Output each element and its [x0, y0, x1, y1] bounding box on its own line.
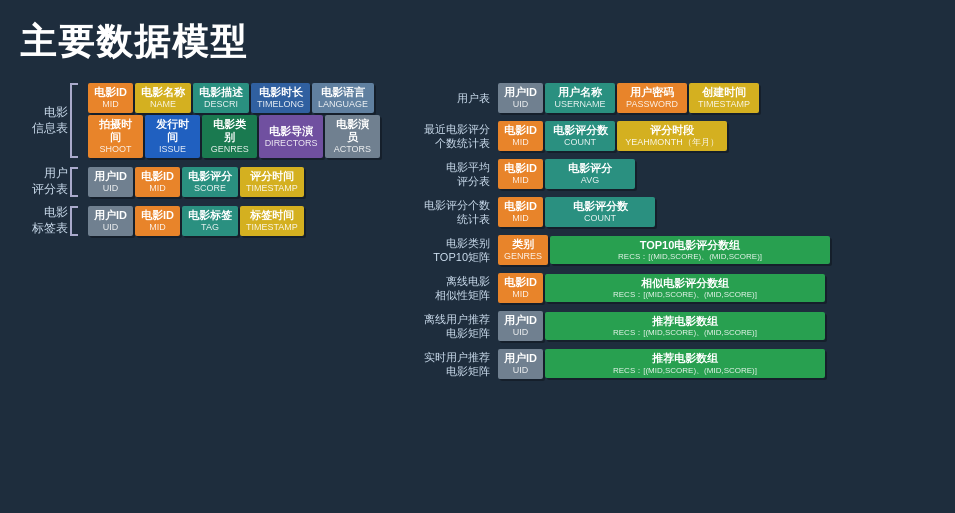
field-row: 用户IDUID电影IDMID电影标签TAG标签时间TIMESTAMP: [78, 206, 304, 236]
field-bot-label: MID: [512, 289, 529, 300]
table-group-2: 电影 标签表用户IDUID电影IDMID电影标签TAG标签时间TIMESTAMP: [20, 205, 380, 236]
field-bot-label: RECS：[(MID,SCORE)、(MID,SCORE)]: [618, 252, 762, 262]
field-bot-label: LANGUAGE: [318, 99, 368, 110]
field-bot-label: COUNT: [564, 137, 596, 148]
right-fields: 用户IDUID推荐电影数组RECS：[(MID,SCORE)、(MID,SCOR…: [498, 349, 825, 379]
right-row-1: 最近电影评分 个数统计表电影IDMID电影评分数COUNT评分时段YEAHMON…: [400, 121, 935, 151]
field-top-label: 电影标签: [188, 209, 232, 222]
field-top-label: 标签时间: [250, 209, 294, 222]
field: 电影导演DIRECTORS: [259, 115, 323, 158]
field-bot-label: NAME: [150, 99, 176, 110]
field: 电影IDMID: [88, 83, 133, 113]
right-field: 用户密码PASSWORD: [617, 83, 687, 113]
field-bot-label: GENRES: [504, 251, 542, 262]
field: 电影IDMID: [135, 167, 180, 197]
field-bot-label: COUNT: [584, 213, 616, 224]
field-bot-label: MID: [149, 222, 166, 233]
field-bot-label: UID: [513, 99, 529, 110]
field-bot-label: UID: [103, 222, 119, 233]
field: 电影IDMID: [135, 206, 180, 236]
field-top-label: 拍摄时间: [94, 118, 137, 144]
field-bot-label: MID: [102, 99, 119, 110]
field: 评分时间TIMESTAMP: [240, 167, 304, 197]
table-block-0: 电影IDMID电影名称NAME电影描述DESCRI电影时长TIMELONG电影语…: [78, 83, 380, 158]
field-bot-label: SHOOT: [100, 144, 132, 155]
page: 主要数据模型 电影 信息表电影IDMID电影名称NAME电影描述DESCRI电影…: [0, 0, 955, 513]
right-fields: 用户IDUID用户名称USERNAME用户密码PASSWORD创建时间TIMES…: [498, 83, 759, 113]
field-bot-label: SCORE: [194, 183, 226, 194]
right-field: 类别GENRES: [498, 235, 548, 265]
right-field: 相似电影评分数组RECS：[(MID,SCORE)、(MID,SCORE)]: [545, 274, 825, 303]
field-top-label: 电影ID: [141, 209, 174, 222]
field-bot-label: TIMESTAMP: [698, 99, 750, 110]
field-top-label: 用户ID: [504, 352, 537, 365]
field-bot-label: TIMESTAMP: [246, 183, 298, 194]
field-top-label: 评分时段: [650, 124, 694, 137]
field-bot-label: MID: [512, 175, 529, 186]
field-top-label: 电影名称: [141, 86, 185, 99]
right-panel: 用户表用户IDUID用户名称USERNAME用户密码PASSWORD创建时间TI…: [400, 83, 935, 379]
field-top-label: 用户ID: [94, 170, 127, 183]
field-bot-label: USERNAME: [554, 99, 605, 110]
field-bot-label: DESCRI: [204, 99, 238, 110]
right-row-0: 用户表用户IDUID用户名称USERNAME用户密码PASSWORD创建时间TI…: [400, 83, 935, 113]
field: 电影标签TAG: [182, 206, 238, 236]
right-row-label: 离线用户推荐 电影矩阵: [400, 312, 490, 341]
field-top-label: 用户ID: [504, 86, 537, 99]
field-top-label: 电影语言: [321, 86, 365, 99]
right-fields: 电影IDMID电影评分AVG: [498, 159, 635, 189]
field: 电影名称NAME: [135, 83, 191, 113]
field-bot-label: TIMELONG: [257, 99, 304, 110]
field: 电影评分SCORE: [182, 167, 238, 197]
field-top-label: 创建时间: [702, 86, 746, 99]
right-row-label: 离线电影 相似性矩阵: [400, 274, 490, 303]
field-bot-label: UID: [513, 365, 529, 376]
right-row-4: 电影类别 TOP10矩阵类别GENRESTOP10电影评分数组RECS：[(MI…: [400, 235, 935, 265]
field-bot-label: PASSWORD: [626, 99, 678, 110]
field-top-label: 评分时间: [250, 170, 294, 183]
right-field: 电影评分AVG: [545, 159, 635, 189]
field-bot-label: UID: [513, 327, 529, 338]
field-top-label: 电影ID: [94, 86, 127, 99]
right-row-2: 电影平均 评分表电影IDMID电影评分AVG: [400, 159, 935, 189]
field: 标签时间TIMESTAMP: [240, 206, 304, 236]
field-top-label: 电影类别: [208, 118, 251, 144]
right-fields: 电影IDMID电影评分数COUNT: [498, 197, 655, 227]
field-top-label: 用户名称: [558, 86, 602, 99]
field-top-label: 电影ID: [141, 170, 174, 183]
field-top-label: 类别: [512, 238, 534, 251]
right-field: 创建时间TIMESTAMP: [689, 83, 759, 113]
table-group-0: 电影 信息表电影IDMID电影名称NAME电影描述DESCRI电影时长TIMEL…: [20, 83, 380, 158]
field-top-label: TOP10电影评分数组: [640, 239, 741, 252]
field: 电影描述DESCRI: [193, 83, 249, 113]
table-label-0: 电影 信息表: [20, 105, 68, 136]
field: 电影语言LANGUAGE: [312, 83, 374, 113]
right-field: 用户IDUID: [498, 83, 543, 113]
field-top-label: 推荐电影数组: [652, 352, 718, 365]
table-label-2: 电影 标签表: [20, 205, 68, 236]
field-bot-label: YEAHMONTH（年月）: [625, 137, 719, 148]
field-top-label: 电影演员: [331, 118, 374, 144]
field-top-label: 电影ID: [504, 124, 537, 137]
right-fields: 类别GENRESTOP10电影评分数组RECS：[(MID,SCORE)、(MI…: [498, 235, 830, 265]
right-field: 电影IDMID: [498, 121, 543, 151]
field-bot-label: UID: [103, 183, 119, 194]
field-bot-label: MID: [512, 213, 529, 224]
right-row-label: 实时用户推荐 电影矩阵: [400, 350, 490, 379]
field-bot-label: TIMESTAMP: [246, 222, 298, 233]
right-row-label: 用户表: [400, 91, 490, 105]
right-row-6: 离线用户推荐 电影矩阵用户IDUID推荐电影数组RECS：[(MID,SCORE…: [400, 311, 935, 341]
left-panel: 电影 信息表电影IDMID电影名称NAME电影描述DESCRI电影时长TIMEL…: [20, 83, 380, 245]
field-bot-label: TAG: [201, 222, 219, 233]
field: 电影演员ACTORS: [325, 115, 380, 158]
right-field: 推荐电影数组RECS：[(MID,SCORE)、(MID,SCORE)]: [545, 312, 825, 341]
field-top-label: 用户密码: [630, 86, 674, 99]
field-top-label: 电影评分数: [553, 124, 608, 137]
field-top-label: 用户ID: [94, 209, 127, 222]
field-top-label: 电影描述: [199, 86, 243, 99]
right-field: 电影评分数COUNT: [545, 197, 655, 227]
right-row-label: 电影类别 TOP10矩阵: [400, 236, 490, 265]
right-field: 用户IDUID: [498, 311, 543, 341]
content-area: 电影 信息表电影IDMID电影名称NAME电影描述DESCRI电影时长TIMEL…: [20, 83, 935, 379]
field: 发行时间ISSUE: [145, 115, 200, 158]
